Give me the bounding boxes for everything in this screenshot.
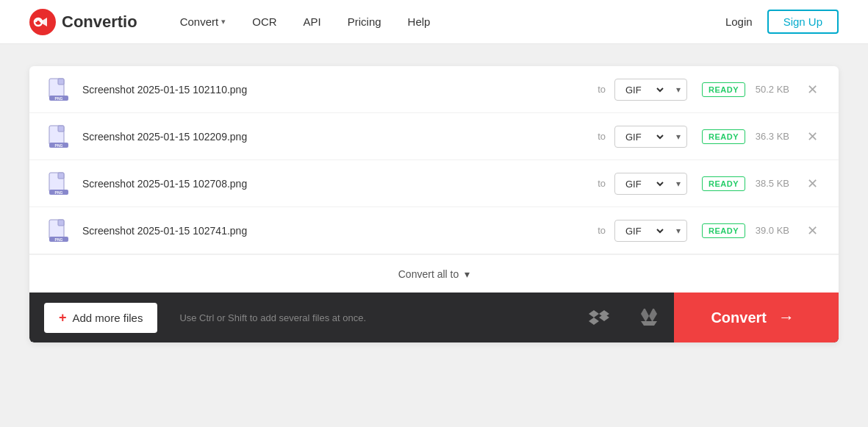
- svg-text:PNG: PNG: [55, 96, 63, 101]
- google-drive-button[interactable]: [624, 293, 674, 342]
- nav-ocr-label: OCR: [252, 15, 276, 28]
- nav-item-help[interactable]: Help: [395, 10, 444, 34]
- file-icon: PNG: [47, 172, 71, 195]
- table-row: PNG Screenshot 2025-01-15 102741.png to …: [29, 207, 839, 254]
- header: Convertio Convert ▾ OCR API Pricing Help…: [0, 0, 868, 44]
- file-name: Screenshot 2025-01-15 102110.png: [82, 84, 589, 96]
- svg-text:PNG: PNG: [55, 143, 63, 148]
- status-badge: READY: [702, 129, 745, 144]
- format-dropdown-3[interactable]: GIFPNGJPGWEBP: [623, 225, 666, 237]
- file-size: 38.5 KB: [745, 178, 789, 189]
- cloud-icons-group: [574, 293, 674, 342]
- file-name: Screenshot 2025-01-15 102209.png: [82, 131, 589, 143]
- chevron-down-icon: ▾: [221, 17, 226, 26]
- file-size: 50.2 KB: [745, 84, 789, 95]
- nav-item-ocr[interactable]: OCR: [239, 10, 290, 34]
- login-button[interactable]: Login: [725, 15, 753, 28]
- remove-button[interactable]: ✕: [804, 221, 821, 240]
- format-dropdown-1[interactable]: GIFPNGJPGWEBP: [623, 131, 666, 143]
- to-label: to: [598, 225, 606, 236]
- svg-rect-7: [58, 126, 64, 132]
- status-badge: READY: [702, 223, 745, 238]
- convert-label: Convert: [711, 309, 767, 326]
- to-label: to: [598, 84, 606, 95]
- nav-item-api[interactable]: API: [290, 10, 334, 34]
- file-name: Screenshot 2025-01-15 102741.png: [82, 225, 589, 237]
- file-size: 39.0 KB: [745, 225, 789, 236]
- main-content: PNG Screenshot 2025-01-15 102110.png to …: [0, 44, 868, 357]
- remove-button[interactable]: ✕: [804, 80, 821, 99]
- convert-all-label: Convert all to: [398, 268, 459, 280]
- format-select-0[interactable]: GIFPNGJPGWEBP: [614, 79, 687, 101]
- svg-text:PNG: PNG: [55, 190, 63, 195]
- table-row: PNG Screenshot 2025-01-15 102209.png to …: [29, 113, 839, 160]
- file-icon: PNG: [47, 125, 71, 148]
- format-select-3[interactable]: GIFPNGJPGWEBP: [614, 220, 687, 242]
- main-nav: Convert ▾ OCR API Pricing Help: [167, 10, 725, 34]
- convert-all-bar[interactable]: Convert all to ▾: [29, 254, 839, 293]
- signup-button[interactable]: Sign Up: [767, 10, 839, 34]
- status-badge: READY: [702, 82, 745, 97]
- to-label: to: [598, 178, 606, 189]
- svg-text:PNG: PNG: [55, 237, 63, 242]
- nav-convert-label: Convert: [180, 15, 219, 28]
- format-dropdown-0[interactable]: GIFPNGJPGWEBP: [623, 84, 666, 96]
- nav-item-pricing[interactable]: Pricing: [334, 10, 395, 34]
- file-icon: PNG: [47, 78, 71, 101]
- svg-rect-15: [58, 220, 64, 226]
- add-files-button[interactable]: + Add more files: [44, 303, 157, 333]
- table-row: PNG Screenshot 2025-01-15 102110.png to …: [29, 66, 839, 113]
- format-select-1[interactable]: GIFPNGJPGWEBP: [614, 126, 687, 148]
- arrow-right-icon: →: [778, 308, 795, 327]
- file-size: 36.3 KB: [745, 131, 789, 142]
- nav-item-convert[interactable]: Convert ▾: [167, 10, 240, 34]
- hint-text: Use Ctrl or Shift to add several files a…: [172, 312, 574, 323]
- dropbox-button[interactable]: [574, 293, 624, 342]
- file-icon: PNG: [47, 219, 71, 243]
- table-row: PNG Screenshot 2025-01-15 102708.png to …: [29, 160, 839, 207]
- status-badge: READY: [702, 176, 745, 191]
- add-files-label: Add more files: [73, 312, 143, 324]
- format-select-2[interactable]: GIFPNGJPGWEBP: [614, 173, 687, 195]
- nav-api-label: API: [304, 15, 321, 28]
- logo-link[interactable]: Convertio: [29, 9, 137, 35]
- nav-help-label: Help: [408, 15, 431, 28]
- svg-rect-3: [58, 79, 64, 85]
- file-list-container: PNG Screenshot 2025-01-15 102110.png to …: [29, 66, 839, 342]
- nav-pricing-label: Pricing: [348, 15, 381, 28]
- convert-button[interactable]: Convert →: [674, 293, 839, 342]
- remove-button[interactable]: ✕: [804, 127, 821, 146]
- format-dropdown-2[interactable]: GIFPNGJPGWEBP: [623, 178, 666, 190]
- bottom-toolbar: + Add more files Use Ctrl or Shift to ad…: [29, 293, 839, 342]
- chevron-down-icon: ▾: [465, 268, 470, 280]
- remove-button[interactable]: ✕: [804, 174, 821, 193]
- plus-icon: +: [59, 310, 67, 326]
- header-auth: Login Sign Up: [725, 10, 839, 34]
- logo-icon: [29, 9, 56, 35]
- logo-text: Convertio: [62, 12, 137, 32]
- file-name: Screenshot 2025-01-15 102708.png: [82, 178, 589, 190]
- svg-rect-11: [58, 173, 64, 179]
- to-label: to: [598, 131, 606, 142]
